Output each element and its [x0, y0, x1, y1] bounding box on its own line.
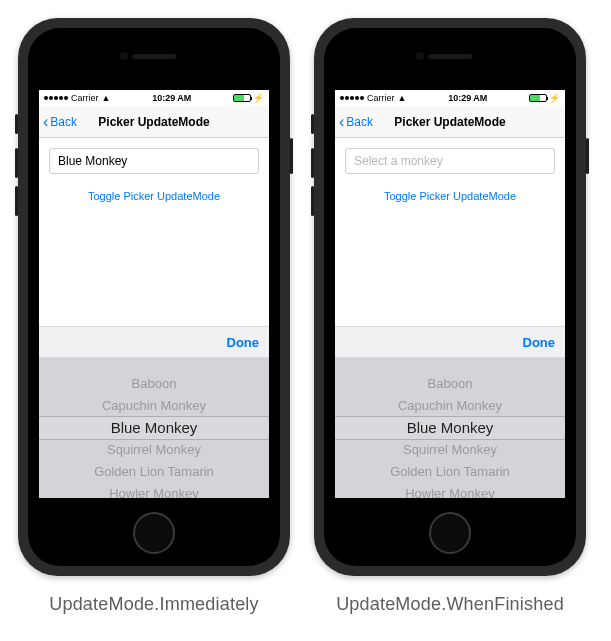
picker-item[interactable]: Howler Monkey	[405, 482, 495, 498]
caption-right: UpdateMode.WhenFinished	[336, 594, 564, 615]
picker-toolbar: Done	[335, 326, 565, 358]
picker-item-selected[interactable]: Blue Monkey	[407, 416, 494, 438]
screen-left: Carrier ▲ 10:29 AM ⚡ ‹ Back	[39, 90, 269, 498]
phone-frame-right: Carrier ▲ 10:29 AM ⚡ ‹ Back	[314, 18, 586, 576]
front-camera	[416, 52, 424, 60]
charging-icon: ⚡	[549, 93, 560, 103]
battery-icon	[233, 94, 251, 102]
back-button[interactable]: ‹ Back	[335, 114, 373, 130]
status-left: Carrier ▲	[44, 93, 110, 103]
status-left: Carrier ▲	[340, 93, 406, 103]
phone-bezel: Carrier ▲ 10:29 AM ⚡ ‹ Back	[28, 28, 280, 566]
done-button[interactable]: Done	[227, 335, 260, 350]
carrier-label: Carrier	[367, 93, 395, 103]
caption-left: UpdateMode.Immediately	[49, 594, 259, 615]
status-right: ⚡	[233, 93, 264, 103]
picker-item[interactable]: Baboon	[428, 372, 473, 394]
status-right: ⚡	[529, 93, 560, 103]
carrier-label: Carrier	[71, 93, 99, 103]
content-area: Select a monkey Toggle Picker UpdateMode	[335, 138, 565, 202]
selection-field[interactable]: Select a monkey	[345, 148, 555, 174]
clock-label: 10:29 AM	[152, 93, 191, 103]
picker-item[interactable]: Howler Monkey	[109, 482, 199, 498]
picker-item[interactable]: Squirrel Monkey	[107, 438, 201, 460]
picker-item[interactable]: Baboon	[132, 372, 177, 394]
signal-icon	[44, 96, 68, 100]
earpiece	[132, 54, 176, 59]
picker-items: Baboon Capuchin Monkey Blue Monkey Squir…	[39, 358, 269, 498]
comparison-layout: Carrier ▲ 10:29 AM ⚡ ‹ Back	[0, 0, 611, 633]
picker-wheel[interactable]: Baboon Capuchin Monkey Blue Monkey Squir…	[39, 358, 269, 498]
back-label: Back	[50, 115, 77, 129]
home-button[interactable]	[133, 512, 175, 554]
volume-down	[311, 186, 314, 216]
picker-item-selected[interactable]: Blue Monkey	[111, 416, 198, 438]
chevron-left-icon: ‹	[339, 114, 344, 130]
picker-wheel[interactable]: Baboon Capuchin Monkey Blue Monkey Squir…	[335, 358, 565, 498]
status-bar: Carrier ▲ 10:29 AM ⚡	[335, 90, 565, 106]
picker-items: Baboon Capuchin Monkey Blue Monkey Squir…	[335, 358, 565, 498]
mute-switch	[15, 114, 18, 134]
phone-left-wrap: Carrier ▲ 10:29 AM ⚡ ‹ Back	[18, 18, 290, 615]
picker-panel: Done Baboon Capuchin Monkey Blue Monkey …	[39, 326, 269, 498]
screen-right: Carrier ▲ 10:29 AM ⚡ ‹ Back	[335, 90, 565, 498]
battery-icon	[529, 94, 547, 102]
nav-bar: ‹ Back Picker UpdateMode	[335, 106, 565, 138]
wifi-icon: ▲	[102, 93, 111, 103]
power-button	[290, 138, 293, 174]
toggle-updatemode-button[interactable]: Toggle Picker UpdateMode	[345, 190, 555, 202]
mute-switch	[311, 114, 314, 134]
nav-bar: ‹ Back Picker UpdateMode	[39, 106, 269, 138]
charging-icon: ⚡	[253, 93, 264, 103]
volume-down	[15, 186, 18, 216]
picker-item[interactable]: Golden Lion Tamarin	[94, 460, 214, 482]
picker-item[interactable]: Squirrel Monkey	[403, 438, 497, 460]
phone-bezel: Carrier ▲ 10:29 AM ⚡ ‹ Back	[324, 28, 576, 566]
signal-icon	[340, 96, 364, 100]
picker-item[interactable]: Capuchin Monkey	[102, 394, 206, 416]
selection-field[interactable]: Blue Monkey	[49, 148, 259, 174]
front-camera	[120, 52, 128, 60]
back-label: Back	[346, 115, 373, 129]
power-button	[586, 138, 589, 174]
picker-item[interactable]: Capuchin Monkey	[398, 394, 502, 416]
toggle-updatemode-button[interactable]: Toggle Picker UpdateMode	[49, 190, 259, 202]
phone-frame-left: Carrier ▲ 10:29 AM ⚡ ‹ Back	[18, 18, 290, 576]
content-area: Blue Monkey Toggle Picker UpdateMode	[39, 138, 269, 202]
earpiece	[428, 54, 472, 59]
picker-item[interactable]: Golden Lion Tamarin	[390, 460, 510, 482]
volume-up	[15, 148, 18, 178]
phone-right-wrap: Carrier ▲ 10:29 AM ⚡ ‹ Back	[314, 18, 586, 615]
picker-toolbar: Done	[39, 326, 269, 358]
volume-up	[311, 148, 314, 178]
wifi-icon: ▲	[398, 93, 407, 103]
done-button[interactable]: Done	[523, 335, 556, 350]
chevron-left-icon: ‹	[43, 114, 48, 130]
clock-label: 10:29 AM	[448, 93, 487, 103]
picker-panel: Done Baboon Capuchin Monkey Blue Monkey …	[335, 326, 565, 498]
status-bar: Carrier ▲ 10:29 AM ⚡	[39, 90, 269, 106]
home-button[interactable]	[429, 512, 471, 554]
back-button[interactable]: ‹ Back	[39, 114, 77, 130]
